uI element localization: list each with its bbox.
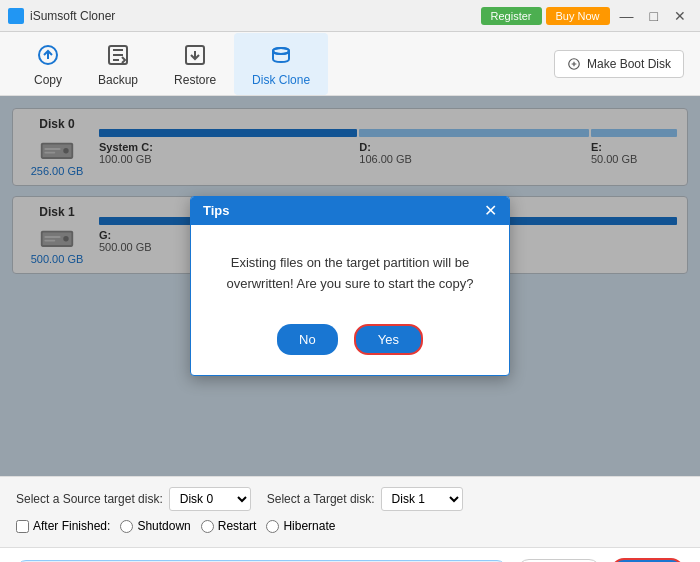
progress-area: 0% Cancel Start [0,547,700,562]
start-button[interactable]: Start [611,558,684,562]
backup-label: Backup [98,73,138,87]
modal-title: Tips [203,203,230,218]
modal-header: Tips ✕ [191,197,509,225]
target-label: Select a Target disk: [267,492,375,506]
restart-radio-group: Restart [201,519,257,533]
yes-button[interactable]: Yes [354,324,423,355]
makeboot-icon [567,57,581,71]
shutdown-radio[interactable] [120,520,133,533]
backup-icon [104,41,132,69]
target-disk-select[interactable]: Disk 1 [381,487,463,511]
diskclone-label: Disk Clone [252,73,310,87]
restore-icon [181,41,209,69]
makeboot-label: Make Boot Disk [587,57,671,71]
after-finished-label: After Finished: [33,519,110,533]
source-select-group: Select a Source target disk: Disk 0 [16,487,251,511]
tips-modal: Tips ✕ Existing files on the target part… [190,196,510,377]
after-finished-row: After Finished: Shutdown Restart Hiberna… [16,519,684,533]
title-bar-controls: Register Buy Now — □ ✕ [481,6,692,26]
toolbar-items: Copy Backup Restore [16,33,328,95]
toolbar-copy[interactable]: Copy [16,33,80,95]
bottom-area: Select a Source target disk: Disk 0 Sele… [0,476,700,547]
main-content: Disk 0 256.00 GB System C: 100.00 GB [0,96,700,476]
hibernate-radio-group: Hibernate [266,519,335,533]
restore-label: Restore [174,73,216,87]
source-target-row: Select a Source target disk: Disk 0 Sele… [16,487,684,511]
source-label: Select a Source target disk: [16,492,163,506]
copy-icon [34,41,62,69]
source-disk-select[interactable]: Disk 0 [169,487,251,511]
modal-footer: No Yes [191,314,509,375]
shutdown-label: Shutdown [137,519,190,533]
modal-close-button[interactable]: ✕ [484,203,497,219]
modal-overlay: Tips ✕ Existing files on the target part… [0,96,700,476]
copy-label: Copy [34,73,62,87]
diskclone-icon [267,41,295,69]
after-finished-checkbox-group: After Finished: [16,519,110,533]
hibernate-radio[interactable] [266,520,279,533]
buynow-button[interactable]: Buy Now [546,7,610,25]
title-bar-left: iSumsoft Cloner [8,8,115,24]
toolbar-diskclone[interactable]: Disk Clone [234,33,328,95]
minimize-button[interactable]: — [614,6,640,26]
no-button[interactable]: No [277,324,338,355]
modal-message: Existing files on the target partition w… [226,255,473,291]
make-boot-button[interactable]: Make Boot Disk [554,50,684,78]
toolbar-backup[interactable]: Backup [80,33,156,95]
register-button[interactable]: Register [481,7,542,25]
target-select-group: Select a Target disk: Disk 1 [267,487,463,511]
app-logo [8,8,24,24]
toolbar: Copy Backup Restore [0,32,700,96]
after-finished-checkbox[interactable] [16,520,29,533]
shutdown-radio-group: Shutdown [120,519,190,533]
restart-radio[interactable] [201,520,214,533]
close-button[interactable]: ✕ [668,6,692,26]
toolbar-restore[interactable]: Restore [156,33,234,95]
hibernate-label: Hibernate [283,519,335,533]
title-bar: iSumsoft Cloner Register Buy Now — □ ✕ [0,0,700,32]
restart-label: Restart [218,519,257,533]
modal-body: Existing files on the target partition w… [191,225,509,315]
app-title: iSumsoft Cloner [30,9,115,23]
maximize-button[interactable]: □ [644,6,664,26]
